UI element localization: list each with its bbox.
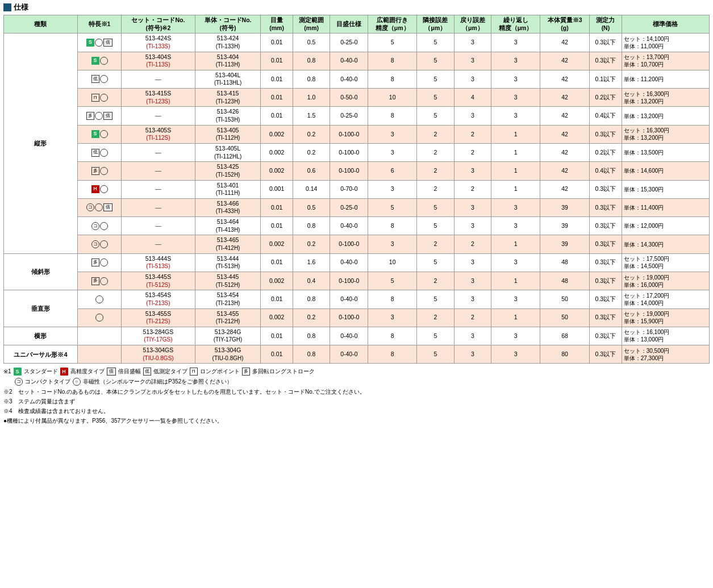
repeat-cell: 1 (491, 308, 540, 327)
set-code: — (122, 162, 195, 180)
section-title: 仕様 (3, 2, 710, 12)
scale-cell: 0.002 (261, 162, 293, 180)
dial-cell: 0-100-0 (330, 143, 368, 161)
adj-cell: 2 (417, 162, 455, 180)
feature-icons (77, 308, 121, 327)
weight-cell: 48 (540, 253, 589, 272)
scale-cell: 0.01 (261, 34, 293, 52)
set-code: 513-284GS(TIY-17GS) (122, 327, 195, 345)
adj-cell: 2 (417, 180, 455, 198)
wide-cell: 5 (368, 272, 417, 290)
col-repeat: 繰り返し精度（μm） (491, 15, 540, 34)
col-feature: 特長※1 (77, 15, 121, 34)
wide-cell: 3 (368, 180, 417, 198)
feature-icons (77, 327, 121, 345)
unit-code: 513-424(TI-133H) (195, 34, 261, 52)
force-cell: 0.3以下 (590, 345, 622, 364)
dial-cell: 0-100-0 (330, 162, 368, 180)
wide-cell: 3 (368, 235, 417, 253)
adj-cell: 5 (417, 34, 455, 52)
back-cell: 3 (454, 107, 491, 125)
unit-code: 513-445(TI-512H) (195, 272, 261, 290)
feature-icons: 多 (77, 162, 121, 180)
adj-cell: 2 (417, 272, 455, 290)
icon-nonmag (95, 314, 103, 322)
section-title-text: 仕様 (14, 2, 28, 12)
dial-cell: 0-40-0 (330, 217, 368, 235)
repeat-cell: 1 (491, 162, 540, 180)
price-cell: セット：16,300円単体：13,200円 (622, 89, 709, 107)
adj-cell: 5 (417, 327, 455, 345)
set-code: — (122, 70, 195, 88)
range-cell: 0.5 (293, 34, 330, 52)
dial-cell: 0-25-0 (330, 34, 368, 52)
feature-icons: 低 (77, 70, 121, 88)
force-cell: 0.2以下 (590, 89, 622, 107)
col-type: 種類 (4, 15, 78, 34)
scale-cell: 0.01 (261, 345, 293, 364)
scale-cell: 0.002 (261, 125, 293, 143)
price-cell: 単体：11,400円 (622, 198, 709, 216)
dial-cell: 0-70-0 (330, 180, 368, 198)
weight-cell: 42 (540, 34, 589, 52)
col-adj: 隣接誤差（μm） (417, 15, 455, 34)
wide-cell: 8 (368, 217, 417, 235)
wide-cell: 8 (368, 290, 417, 308)
repeat-cell: 1 (491, 272, 540, 290)
repeat-cell: 1 (491, 180, 540, 198)
weight-cell: 48 (540, 272, 589, 290)
icon-compact: コ (86, 203, 94, 211)
range-cell: 0.8 (293, 345, 330, 364)
price-cell: セット：14,100円単体：11,000円 (622, 34, 709, 52)
force-cell: 0.3以下 (590, 272, 622, 290)
weight-cell: 50 (540, 290, 589, 308)
weight-cell: 42 (540, 162, 589, 180)
note4: ※4 検査成績書は含まれておりません。 (3, 407, 710, 416)
set-code: 513-444S(TI-513S) (122, 253, 195, 272)
scale-cell: 0.01 (261, 89, 293, 107)
scale-cell: 0.002 (261, 235, 293, 253)
price-cell: セット：17,500円単体：14,500円 (622, 253, 709, 272)
back-cell: 3 (454, 272, 491, 290)
feature-icons (77, 345, 121, 364)
back-cell: 3 (454, 198, 491, 216)
repeat-cell: 3 (491, 217, 540, 235)
col-unit-code: 単体・コードNo.(符号) (195, 15, 261, 34)
icon-nonmag (95, 295, 103, 303)
feature-icons (77, 290, 121, 308)
adj-cell: 5 (417, 217, 455, 235)
scale-cell: 0.002 (261, 272, 293, 290)
set-code: — (122, 180, 195, 198)
force-cell: 0.3以下 (590, 327, 622, 345)
force-cell: 0.1以下 (590, 70, 622, 88)
weight-cell: 80 (540, 345, 589, 364)
repeat-cell: 1 (491, 235, 540, 253)
dial-cell: 0-40-0 (330, 52, 368, 70)
price-cell: 単体：13,200円 (622, 107, 709, 125)
repeat-cell: 3 (491, 345, 540, 364)
col-back: 戻り誤差（μm） (454, 15, 491, 34)
range-cell: 1.5 (293, 107, 330, 125)
wide-cell: 10 (368, 253, 417, 272)
back-cell: 3 (454, 327, 491, 345)
back-cell: 3 (454, 162, 491, 180)
adj-cell: 2 (417, 143, 455, 161)
dial-cell: 0-40-0 (330, 290, 368, 308)
back-cell: 4 (454, 89, 491, 107)
wide-cell: 6 (368, 162, 417, 180)
force-cell: 0.2以下 (590, 143, 622, 161)
repeat-cell: 3 (491, 34, 540, 52)
note1-line2: コ コンパクトタイプ ○ 非磁性（シンボルマークの詳細はP352をご参照ください… (3, 377, 710, 386)
adj-cell: 5 (417, 198, 455, 216)
force-cell: 0.3以下 (590, 34, 622, 52)
price-cell: 単体：12,000円 (622, 217, 709, 235)
unit-code: 513-415(TI-123H) (195, 89, 261, 107)
icon-nonmag (95, 39, 103, 47)
force-cell: 0.3以下 (590, 125, 622, 143)
scale-cell: 0.01 (261, 107, 293, 125)
icon-mag: 倍 (107, 368, 116, 376)
adj-cell: 5 (417, 89, 455, 107)
range-cell: 0.2 (293, 143, 330, 161)
dial-cell: 0-40-0 (330, 345, 368, 364)
range-cell: 0.8 (293, 217, 330, 235)
